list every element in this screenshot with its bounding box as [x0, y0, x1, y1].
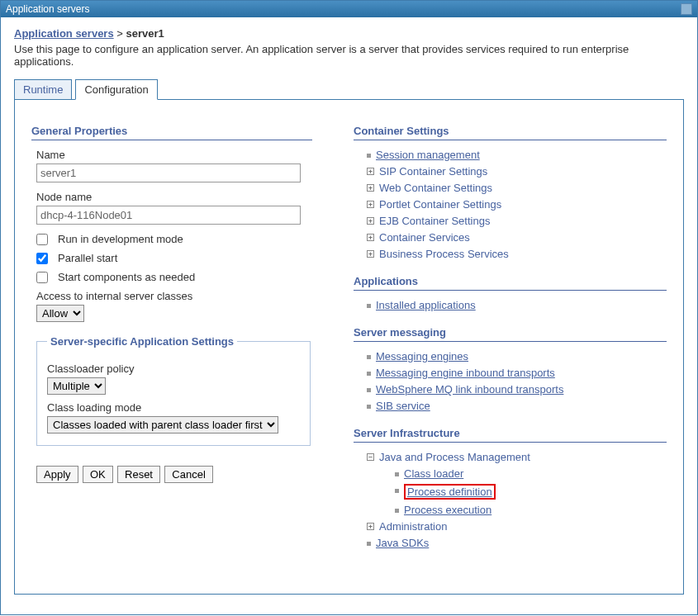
container-services[interactable]: Container Services: [379, 231, 470, 244]
start-components-checkbox[interactable]: [36, 272, 48, 283]
bullet-icon: [395, 472, 399, 476]
breadcrumb-sep: >: [116, 27, 123, 40]
classloader-policy-label: Classloader policy: [47, 362, 300, 375]
breadcrumb: Application servers > server1: [14, 27, 684, 40]
name-label: Name: [31, 149, 312, 161]
link-process-execution[interactable]: Process execution: [404, 504, 491, 516]
link-mq-inbound[interactable]: WebSphere MQ link inbound transports: [376, 383, 563, 396]
bullet-icon: [367, 542, 371, 546]
link-messaging-engines[interactable]: Messaging engines: [376, 350, 468, 362]
plus-icon[interactable]: +: [367, 523, 374, 530]
bullet-icon: [367, 355, 371, 359]
sip-container-settings[interactable]: SIP Container Settings: [379, 165, 487, 178]
run-dev-label: Run in development mode: [58, 233, 183, 245]
plus-icon[interactable]: +: [367, 217, 374, 225]
server-specific-legend: Server-specific Application Settings: [47, 335, 237, 348]
java-process-management[interactable]: Java and Process Management: [379, 451, 530, 463]
page-description: Use this page to configure an applicatio…: [14, 43, 684, 68]
link-sib-service[interactable]: SIB service: [376, 400, 430, 412]
link-session-management[interactable]: Session management: [376, 149, 480, 161]
node-name-label: Node name: [31, 191, 312, 203]
name-input[interactable]: [36, 163, 301, 182]
plus-icon[interactable]: +: [367, 168, 374, 175]
ok-button[interactable]: OK: [83, 466, 113, 483]
tab-configuration[interactable]: Configuration: [75, 79, 157, 100]
highlight-process-definition: Process definition: [404, 484, 496, 500]
access-label: Access to internal server classes: [31, 290, 312, 302]
run-dev-checkbox[interactable]: [36, 234, 48, 245]
plus-icon[interactable]: +: [367, 201, 374, 208]
server-specific-fieldset: Server-specific Application Settings Cla…: [36, 335, 311, 446]
cancel-button[interactable]: Cancel: [164, 466, 212, 483]
apply-button[interactable]: Apply: [36, 466, 78, 483]
bullet-icon: [395, 509, 399, 513]
business-process-services[interactable]: Business Process Services: [379, 248, 509, 260]
node-name-input[interactable]: [36, 206, 301, 225]
section-infrastructure-header: Server Infrastructure: [354, 427, 667, 443]
minus-icon[interactable]: −: [367, 453, 374, 461]
bullet-icon: [367, 154, 371, 158]
class-loading-mode-select[interactable]: Classes loaded with parent class loader …: [47, 416, 278, 434]
reset-button[interactable]: Reset: [117, 466, 160, 483]
link-java-sdks[interactable]: Java SDKs: [376, 537, 429, 549]
class-loading-mode-label: Class loading mode: [47, 401, 300, 414]
bullet-icon: [367, 388, 371, 392]
administration[interactable]: Administration: [379, 520, 447, 533]
parallel-label: Parallel start: [58, 252, 117, 264]
section-general-header: General Properties: [31, 125, 312, 140]
plus-icon[interactable]: +: [367, 234, 374, 241]
link-process-definition[interactable]: Process definition: [407, 486, 492, 498]
minimize-icon[interactable]: [681, 3, 692, 15]
plus-icon[interactable]: +: [367, 184, 374, 192]
breadcrumb-link-appservers[interactable]: Application servers: [14, 27, 114, 40]
window-title: Application servers: [6, 3, 89, 15]
tab-runtime[interactable]: Runtime: [14, 79, 72, 100]
section-messaging-header: Server messaging: [354, 326, 667, 342]
classloader-policy-select[interactable]: Multiple: [47, 377, 106, 395]
section-applications-header: Applications: [354, 275, 667, 291]
ejb-container-settings[interactable]: EJB Container Settings: [379, 215, 490, 227]
plus-icon[interactable]: +: [367, 250, 374, 258]
bullet-icon: [367, 304, 371, 308]
link-messaging-inbound[interactable]: Messaging engine inbound transports: [376, 367, 555, 379]
titlebar: Application servers: [1, 1, 697, 17]
portlet-container-settings[interactable]: Portlet Container Settings: [379, 198, 501, 211]
tab-panel-configuration: General Properties Name Node name Run in…: [14, 99, 684, 595]
bullet-icon: [367, 405, 371, 409]
parallel-checkbox[interactable]: [36, 253, 48, 264]
access-select[interactable]: Allow: [36, 305, 84, 322]
section-container-header: Container Settings: [354, 125, 667, 140]
link-class-loader[interactable]: Class loader: [404, 467, 463, 480]
bullet-icon: [395, 489, 399, 493]
breadcrumb-current: server1: [126, 27, 164, 40]
link-installed-applications[interactable]: Installed applications: [376, 299, 476, 311]
start-components-label: Start components as needed: [58, 271, 195, 283]
bullet-icon: [367, 372, 371, 376]
web-container-settings[interactable]: Web Container Settings: [379, 182, 492, 194]
